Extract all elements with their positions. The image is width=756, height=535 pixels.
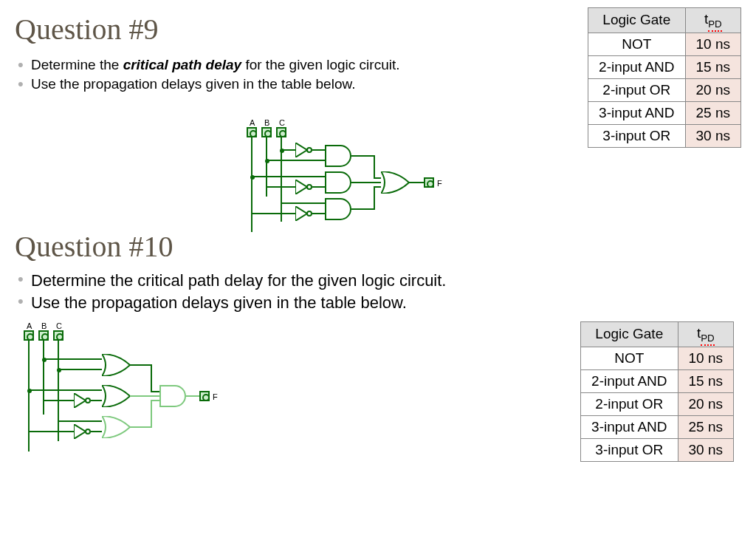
table-row: 3-input OR30 ns <box>581 438 734 461</box>
cell-tpd: 25 ns <box>678 415 733 438</box>
and-gate <box>325 145 351 167</box>
header-tpd: tPD <box>678 321 733 347</box>
q10-bullet-1: Determine the critical path delay for th… <box>15 271 741 290</box>
wire <box>28 431 74 432</box>
not-gate <box>74 424 92 439</box>
not-gate <box>295 206 313 221</box>
output-pad-f <box>424 177 434 188</box>
or-gate <box>102 354 131 376</box>
header-tpd: tPD <box>685 8 740 33</box>
cell-tpd: 20 ns <box>678 392 733 415</box>
wire <box>312 186 325 188</box>
wire <box>409 182 424 183</box>
cell-gate: NOT <box>588 33 685 55</box>
table-row: 2-input AND15 ns <box>581 369 734 392</box>
svg-point-9 <box>86 429 90 434</box>
q9-text-column: Question #9 Determine the critical path … <box>15 7 573 104</box>
wire <box>151 400 159 401</box>
q9-b1-pre: Determine the <box>31 57 123 72</box>
wire <box>43 400 74 401</box>
q9-title: Question #9 <box>15 12 573 47</box>
q10-circuit: A B C <box>15 321 229 469</box>
wire <box>351 208 374 210</box>
q10-lower-row: A B C <box>15 321 741 469</box>
svg-marker-0 <box>295 143 307 157</box>
q10-bullet-2: Use the propagation delays given in the … <box>15 293 741 313</box>
and-gate <box>325 171 351 194</box>
wire <box>130 364 151 366</box>
q9-delay-table: Logic Gate tPD NOT10 ns 2-input AND15 ns… <box>588 7 741 148</box>
wire <box>91 400 102 401</box>
wire <box>186 395 199 397</box>
cell-gate: 3-input OR <box>588 124 685 147</box>
cell-tpd: 30 ns <box>685 124 740 147</box>
q9-circuit: A B C F <box>236 118 458 236</box>
wire-node <box>265 159 269 163</box>
wire <box>58 341 59 441</box>
wire <box>130 426 151 428</box>
pad-label-c: C <box>56 321 62 330</box>
wire <box>374 186 375 210</box>
wire <box>351 182 381 183</box>
wire <box>58 369 102 370</box>
table-row: 3-input AND25 ns <box>588 101 741 124</box>
wire <box>43 341 44 415</box>
wire <box>374 186 381 188</box>
pad-label-c: C <box>279 118 285 127</box>
cell-gate: 2-input AND <box>581 369 678 392</box>
wire <box>374 177 381 179</box>
input-pad-a <box>247 127 257 137</box>
wire <box>312 149 325 151</box>
input-pad-c <box>276 127 286 137</box>
table-header-row: Logic Gate tPD <box>588 8 741 33</box>
table-row: NOT10 ns <box>581 347 734 369</box>
or-gate <box>381 171 410 194</box>
output-pad-f <box>199 391 210 401</box>
cell-tpd: 10 ns <box>685 33 740 55</box>
not-gate <box>295 143 313 157</box>
pad-label-f: F <box>437 179 442 188</box>
wire <box>266 137 267 197</box>
wire <box>151 364 152 391</box>
q9-b1-em: critical path delay <box>123 57 242 72</box>
wire <box>251 137 252 232</box>
wire <box>151 400 152 428</box>
table-row: NOT10 ns <box>588 33 741 55</box>
svg-marker-8 <box>74 424 86 439</box>
wire <box>28 341 30 451</box>
table-row: 2-input OR20 ns <box>588 78 741 101</box>
header-gate: Logic Gate <box>588 8 685 33</box>
cell-tpd: 15 ns <box>678 369 733 392</box>
wire <box>28 389 102 391</box>
svg-marker-2 <box>295 180 307 194</box>
table-row: 2-input OR20 ns <box>581 392 734 415</box>
wire <box>374 155 375 177</box>
table-header-row: Logic Gate tPD <box>581 321 734 347</box>
q10-bullets: Determine the critical path delay for th… <box>15 271 741 313</box>
wire-node <box>250 175 255 180</box>
wire <box>351 155 374 157</box>
q9-bullets: Determine the critical path delay for th… <box>15 54 573 95</box>
table-row: 3-input OR30 ns <box>588 124 741 147</box>
input-pad-c <box>53 330 63 341</box>
input-pad-b <box>38 330 49 341</box>
wire <box>151 391 159 392</box>
svg-point-7 <box>86 398 90 403</box>
header-gate: Logic Gate <box>581 321 678 347</box>
cell-tpd: 25 ns <box>685 101 740 124</box>
wire <box>281 202 325 204</box>
cell-gate: 3-input OR <box>581 438 678 461</box>
and-gate <box>325 198 351 220</box>
cell-gate: 3-input AND <box>588 101 685 124</box>
cell-gate: 2-input AND <box>588 55 685 78</box>
cell-gate: 2-input OR <box>588 78 685 101</box>
and-gate <box>159 385 186 407</box>
svg-point-1 <box>307 148 312 152</box>
svg-marker-6 <box>74 393 86 408</box>
wire <box>266 186 295 188</box>
wire <box>58 420 102 422</box>
cell-tpd: 30 ns <box>678 438 733 461</box>
pad-label-b: B <box>41 321 47 330</box>
table-row: 2-input AND15 ns <box>588 55 741 78</box>
wire <box>43 358 102 360</box>
